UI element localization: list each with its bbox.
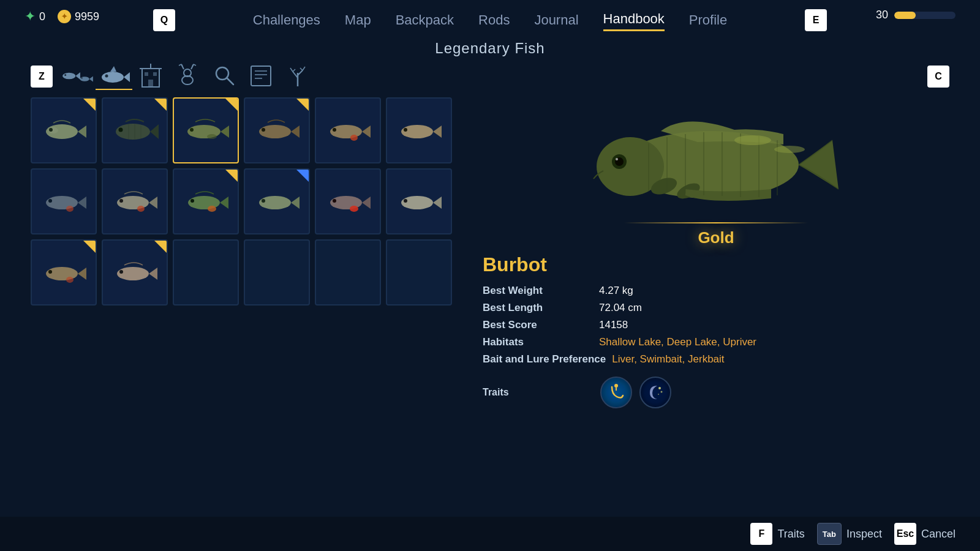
fish-image-7	[36, 183, 91, 220]
cat-icon-legendary[interactable]	[96, 63, 132, 90]
cat-icon-fish-small[interactable]	[59, 63, 96, 90]
fish-cell-3[interactable]	[173, 97, 239, 163]
svg-point-3	[80, 77, 89, 81]
nav-handbook[interactable]: Handbook	[603, 9, 665, 31]
fish-cell-17[interactable]	[315, 239, 381, 305]
nav-backpack[interactable]: Backpack	[396, 10, 454, 31]
svg-line-25	[227, 78, 233, 84]
cat-key-c[interactable]: C	[927, 66, 949, 88]
level-bar-fill	[894, 12, 916, 19]
stat-weight-value: 4.27 kg	[599, 285, 633, 297]
svg-point-57	[333, 128, 336, 132]
svg-point-51	[259, 125, 291, 138]
svg-marker-42	[150, 124, 159, 139]
gold-badge-2	[154, 99, 167, 111]
fish-cell-15[interactable]	[173, 239, 239, 305]
svg-marker-74	[291, 197, 300, 209]
nav-profile[interactable]: Profile	[689, 10, 727, 31]
stat-habitats-label: Habitats	[483, 336, 593, 348]
trait-night-badge	[639, 377, 671, 408]
svg-point-106	[734, 135, 771, 145]
cat-icon-list[interactable]	[243, 63, 279, 90]
traits-label: Traits	[483, 387, 593, 398]
gold-badge-14	[154, 241, 167, 253]
nav-key-e[interactable]: E	[805, 9, 827, 31]
svg-marker-70	[220, 197, 228, 209]
cat-icon-building[interactable]	[132, 63, 169, 90]
fish-cell-10[interactable]	[244, 168, 310, 234]
svg-marker-81	[433, 197, 442, 209]
svg-marker-59	[433, 126, 442, 138]
svg-rect-26	[251, 66, 271, 86]
svg-point-60	[404, 128, 407, 132]
svg-marker-52	[291, 126, 300, 138]
nav-rods[interactable]: Rods	[478, 10, 510, 31]
nav-journal[interactable]: Journal	[534, 10, 578, 31]
level-display: 30	[876, 9, 956, 21]
svg-point-43	[119, 128, 123, 132]
fish-cell-13[interactable]	[31, 239, 97, 305]
svg-marker-7	[124, 72, 130, 82]
fish-cell-18[interactable]	[386, 239, 452, 305]
fish-cell-14[interactable]	[102, 239, 168, 305]
fish-image-13	[36, 254, 91, 291]
stat-bait-row: Bait and Lure Preference Liver, Swimbait…	[483, 353, 949, 365]
tab-key[interactable]: Tab	[817, 523, 842, 545]
svg-point-16	[182, 76, 193, 84]
svg-rect-11	[145, 72, 148, 76]
fish-image-8	[107, 183, 162, 220]
svg-marker-4	[89, 76, 92, 81]
svg-point-82	[404, 199, 407, 203]
svg-marker-48	[221, 126, 229, 138]
svg-point-71	[208, 206, 216, 212]
nav-challenges[interactable]: Challenges	[253, 10, 320, 31]
svg-point-67	[137, 206, 145, 212]
esc-key[interactable]: Esc	[894, 523, 916, 545]
bottom-bar: F Traits Tab Inspect Esc Cancel	[0, 517, 980, 551]
fish-cell-9[interactable]	[173, 168, 239, 234]
svg-line-22	[194, 64, 196, 66]
fish-cell-16[interactable]	[244, 239, 310, 305]
svg-point-89	[119, 270, 123, 274]
star-count: 0	[39, 10, 45, 23]
gold-badge-9	[225, 170, 238, 182]
stat-length-label: Best Length	[483, 302, 593, 314]
fish-image-11	[320, 183, 375, 220]
main-content: Gold Burbot Best Weight 4.27 kg Best Len…	[0, 97, 980, 408]
page-title: Legendary Fish	[0, 40, 980, 57]
fish-cell-1[interactable]	[31, 97, 97, 163]
svg-marker-55	[362, 126, 371, 138]
fish-cell-12[interactable]	[386, 168, 452, 234]
fish-cell-11[interactable]	[315, 168, 381, 234]
level-bar	[894, 12, 956, 19]
fish-cell-7[interactable]	[31, 168, 97, 234]
stat-habitats-value: Shallow Lake, Deep Lake, Upriver	[599, 336, 756, 348]
cat-icon-nature[interactable]	[279, 63, 316, 90]
nav-map[interactable]: Map	[345, 10, 371, 31]
svg-point-6	[102, 72, 124, 83]
cat-icon-deer[interactable]	[169, 63, 206, 90]
stat-bait-value: Liver, Swimbait, Jerkbait	[612, 353, 724, 365]
svg-point-73	[259, 196, 291, 209]
fish-cell-2[interactable]	[102, 97, 168, 163]
svg-line-33	[293, 69, 295, 72]
quality-line	[624, 222, 808, 223]
fish-cell-4[interactable]	[244, 97, 310, 163]
nav-key-q[interactable]: Q	[153, 9, 175, 31]
cat-icon-search[interactable]	[206, 63, 243, 90]
f-key[interactable]: F	[750, 523, 772, 545]
esc-action[interactable]: Esc Cancel	[894, 523, 956, 545]
svg-line-35	[303, 67, 305, 70]
svg-marker-84	[78, 268, 86, 280]
top-stats: ✦ 0 ✦ 9959	[24, 9, 99, 24]
fish-cell-5[interactable]	[315, 97, 381, 163]
fish-cell-8[interactable]	[102, 168, 168, 234]
f-action[interactable]: F Traits	[750, 523, 804, 545]
svg-point-5	[81, 77, 82, 78]
detail-panel: Gold Burbot Best Weight 4.27 kg Best Len…	[470, 97, 949, 408]
svg-point-79	[333, 199, 336, 203]
fish-cell-6[interactable]	[386, 97, 452, 163]
cat-key-z[interactable]: Z	[31, 66, 53, 88]
tab-action[interactable]: Tab Inspect	[817, 523, 882, 545]
svg-point-56	[350, 135, 358, 141]
